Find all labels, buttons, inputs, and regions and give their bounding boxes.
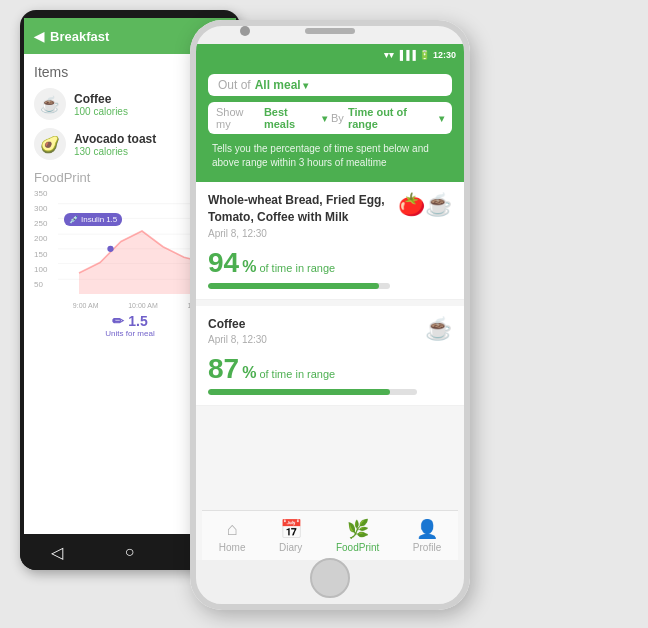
insulin-badge: 💉 Insulin 1.5	[64, 213, 122, 226]
tab-diary[interactable]: 📅 Diary	[279, 518, 302, 553]
android-home-nav-icon[interactable]: ○	[125, 543, 135, 561]
all-meal-button[interactable]: All meal ▾	[255, 78, 308, 92]
percentage-num: 94	[208, 247, 239, 279]
item-cal-avocado: 130 calories	[74, 146, 156, 157]
item-cal-coffee: 100 calories	[74, 106, 128, 117]
tab-profile[interactable]: 👤 Profile	[413, 518, 441, 553]
status-time: 12:30	[433, 50, 456, 60]
meal-emoji: ☕	[425, 316, 452, 342]
meal-card-inner: Whole-wheat Bread, Fried Egg, Tomato, Co…	[208, 192, 452, 289]
percentage-sign: %	[242, 258, 256, 276]
chevron-down-icon: ▾	[322, 113, 327, 124]
chart-y-labels: 350 300 250 200 150 100 50	[34, 189, 47, 289]
meal-card: Whole-wheat Bread, Fried Egg, Tomato, Co…	[196, 182, 464, 300]
tab-bar: ⌂ Home 📅 Diary 🌿 FoodPrint 👤 Profile	[202, 510, 458, 560]
iphone-home-button[interactable]	[310, 558, 350, 598]
best-meals-button[interactable]: Best meals ▾	[264, 106, 327, 130]
progress-bar-fill	[208, 389, 390, 395]
iphone-speaker	[305, 28, 355, 34]
tab-home-label: Home	[219, 542, 246, 553]
out-of-label: Out of	[218, 78, 251, 92]
percentage-row: 87 % of time in range	[208, 353, 417, 385]
android-title: Breakfast	[50, 29, 109, 44]
tab-profile-label: Profile	[413, 542, 441, 553]
profile-icon: 👤	[416, 518, 438, 540]
of-time-label: of time in range	[259, 368, 335, 380]
progress-bar	[208, 389, 417, 395]
meal-name: Coffee	[208, 316, 417, 333]
meal-card: Coffee April 8, 12:30 87 % of time in ra…	[196, 306, 464, 407]
meal-card-inner: Coffee April 8, 12:30 87 % of time in ra…	[208, 316, 452, 396]
iphone-camera	[240, 26, 250, 36]
show-my-label: Show my	[216, 106, 260, 130]
progress-bar-fill	[208, 283, 379, 289]
svg-point-7	[107, 246, 113, 252]
progress-bar	[208, 283, 390, 289]
description-text: Tells you the percentage of time spent b…	[208, 134, 452, 170]
out-of-row: Out of All meal ▾	[208, 74, 452, 96]
tab-diary-label: Diary	[279, 542, 302, 553]
item-name-coffee: Coffee	[74, 92, 128, 106]
home-icon: ⌂	[227, 519, 238, 540]
chevron-down-icon: ▾	[303, 80, 308, 91]
diary-icon: 📅	[280, 518, 302, 540]
meal-name: Whole-wheat Bread, Fried Egg, Tomato, Co…	[208, 192, 390, 226]
tab-foodprint-label: FoodPrint	[336, 542, 379, 553]
item-name-avocado: Avocado toast	[74, 132, 156, 146]
percentage-sign: %	[242, 364, 256, 382]
meal-info: Coffee April 8, 12:30 87 % of time in ra…	[208, 316, 417, 396]
units-label: Units for meal	[105, 329, 154, 338]
iphone: ▾▾ ▐▐▐ 🔋 12:30 Out of All meal ▾ Show my…	[190, 20, 470, 610]
meal-date: April 8, 12:30	[208, 334, 417, 345]
chevron-down-icon: ▾	[439, 113, 444, 124]
item-icon-avocado: 🥑	[34, 128, 66, 160]
percentage-row: 94 % of time in range	[208, 247, 390, 279]
status-bar: ▾▾ ▐▐▐ 🔋 12:30	[196, 44, 464, 66]
time-out-range-button[interactable]: Time out of range ▾	[348, 106, 444, 130]
by-label: By	[331, 112, 344, 124]
foodprint-icon: 🌿	[347, 518, 369, 540]
android-back-icon: ◀	[34, 29, 44, 44]
meal-info: Whole-wheat Bread, Fried Egg, Tomato, Co…	[208, 192, 390, 289]
meal-emoji: 🍅☕	[398, 192, 452, 218]
item-icon-coffee: ☕	[34, 88, 66, 120]
meal-date: April 8, 12:30	[208, 228, 390, 239]
iphone-screen: ▾▾ ▐▐▐ 🔋 12:30 Out of All meal ▾ Show my…	[196, 44, 464, 560]
iphone-green-header: Out of All meal ▾ Show my Best meals ▾ B…	[196, 66, 464, 182]
battery-icon: 🔋	[419, 50, 430, 60]
units-value: ✏ 1.5	[112, 313, 147, 329]
status-icons: ▾▾ ▐▐▐ 🔋 12:30	[384, 50, 456, 60]
wifi-icon: ▾▾	[384, 50, 394, 60]
of-time-label: of time in range	[259, 262, 335, 274]
filter-row: Show my Best meals ▾ By Time out of rang…	[208, 102, 452, 134]
percentage-num: 87	[208, 353, 239, 385]
tab-foodprint[interactable]: 🌿 FoodPrint	[336, 518, 379, 553]
meals-scroll[interactable]: Whole-wheat Bread, Fried Egg, Tomato, Co…	[196, 182, 464, 560]
signal-icon: ▐▐▐	[397, 50, 416, 60]
android-back-nav-icon[interactable]: ◁	[51, 543, 63, 562]
tab-home[interactable]: ⌂ Home	[219, 519, 246, 553]
